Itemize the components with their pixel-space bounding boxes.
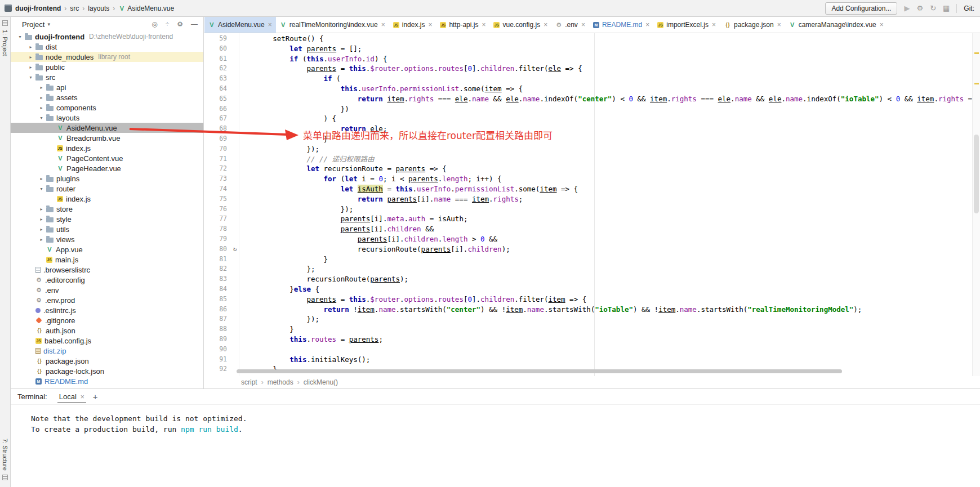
line-number[interactable]: 60 xyxy=(204,44,231,54)
terminal-output[interactable]: Note that the development build is not o… xyxy=(11,405,980,435)
line-number[interactable]: 75 xyxy=(204,194,231,204)
editor-tab[interactable]: VcameraManage\index.vue× xyxy=(785,17,888,33)
chevron-right-icon[interactable]: ▸ xyxy=(38,105,45,110)
tree-row[interactable]: ▸plugins xyxy=(11,173,203,184)
code-text[interactable]: }; xyxy=(239,264,972,274)
editor-breadcrumb-item[interactable]: methods xyxy=(268,378,293,386)
line-number[interactable]: 61 xyxy=(204,54,231,64)
code-text[interactable] xyxy=(239,345,972,355)
hide-panel-icon[interactable]: — xyxy=(191,20,198,28)
code-text[interactable]: }); xyxy=(239,144,972,154)
chevron-down-icon[interactable]: ▾ xyxy=(16,34,24,39)
line-number[interactable]: 81 xyxy=(204,254,231,265)
line-number[interactable]: 69 xyxy=(204,134,231,144)
editor-tab[interactable]: VAsideMenu.vue× xyxy=(204,17,276,33)
editor-tab[interactable]: JSindex.js× xyxy=(389,17,436,33)
line-number[interactable]: 64 xyxy=(204,84,231,94)
line-number[interactable]: 80 xyxy=(204,244,231,254)
tree-row[interactable]: ▸dist xyxy=(11,42,203,52)
project-panel-title[interactable]: Project xyxy=(22,20,44,29)
warning-stripe-mark[interactable] xyxy=(974,83,979,84)
breadcrumb-item[interactable]: VAsideMenu.vue xyxy=(118,5,174,12)
line-number[interactable]: 73 xyxy=(204,174,231,184)
close-icon[interactable]: × xyxy=(777,21,781,29)
code-text[interactable]: this.userInfo.permissionList.some(item =… xyxy=(239,84,972,94)
vertical-scrollbar[interactable] xyxy=(972,33,980,376)
tree-row[interactable]: VPageContent.vue xyxy=(11,153,203,163)
editor-tab[interactable]: JSimportExcel.js× xyxy=(653,17,720,33)
line-number[interactable]: 72 xyxy=(204,164,231,174)
tree-row[interactable]: VBreadcrumb.vue xyxy=(11,133,203,143)
tree-row[interactable]: .eslintrc.js xyxy=(11,305,203,315)
code-text[interactable]: }); xyxy=(239,314,972,324)
line-number[interactable]: 76 xyxy=(204,204,231,215)
code-text[interactable]: if (this.userInfo.id) { xyxy=(239,54,972,64)
code-text[interactable]: parents = this.$router.options.routes[0]… xyxy=(239,64,972,74)
editor-tab[interactable]: JSvue.config.js× xyxy=(489,17,551,33)
project-stripe-icon[interactable] xyxy=(2,20,8,26)
tree-row[interactable]: VPageHeader.vue xyxy=(11,163,203,173)
structure-stripe-icon[interactable] xyxy=(2,475,8,480)
tree-row[interactable]: VAsideMenu.vue xyxy=(11,123,203,133)
breadcrumb-item[interactable]: duoji-frontend xyxy=(15,5,61,12)
editor-tab[interactable]: { }package.json× xyxy=(720,17,785,33)
tree-row[interactable]: ▸utils xyxy=(11,224,203,234)
run-icon[interactable]: ▶ xyxy=(904,5,910,12)
stripe-structure-label[interactable]: 7: Structure xyxy=(2,439,8,471)
close-icon[interactable]: × xyxy=(381,21,385,29)
close-icon[interactable]: × xyxy=(544,21,547,29)
tree-row[interactable]: .browserslistrc xyxy=(11,265,203,275)
grid-icon[interactable]: ▦ xyxy=(943,5,950,12)
close-icon[interactable]: × xyxy=(645,21,649,29)
code-text[interactable]: ) { xyxy=(239,114,972,124)
chevron-right-icon[interactable]: ▸ xyxy=(38,207,45,212)
tree-row[interactable]: ▾duoji-frontendD:\zheheWeb\duoji-fronten… xyxy=(11,32,203,42)
tree-row[interactable]: .gitignore xyxy=(11,315,203,325)
editor-tab[interactable]: MREADME.md× xyxy=(589,17,653,33)
line-number[interactable]: 91 xyxy=(204,355,231,365)
chevron-down-icon[interactable]: ▾ xyxy=(27,75,34,80)
line-number[interactable]: 74 xyxy=(204,184,231,194)
tree-row[interactable]: ⚙.env xyxy=(11,285,203,295)
chevron-right-icon[interactable]: ▸ xyxy=(38,227,45,232)
line-number[interactable]: 82 xyxy=(204,264,231,274)
tree-row[interactable]: MREADME.md xyxy=(11,376,203,386)
tree-row[interactable]: ▸store xyxy=(11,204,203,214)
tree-row[interactable]: ▸views xyxy=(11,234,203,244)
line-number[interactable]: 83 xyxy=(204,274,231,284)
editor-tab[interactable]: VrealTimeMonitoring\index.vue× xyxy=(276,17,389,33)
collapse-all-icon[interactable]: ÷ xyxy=(166,20,170,28)
close-icon[interactable]: × xyxy=(880,21,884,29)
code-text[interactable]: let isAuth = this.userInfo.permissionLis… xyxy=(239,184,972,194)
chevron-right-icon[interactable]: ▸ xyxy=(27,44,34,50)
code-text[interactable]: } xyxy=(239,254,972,265)
code-text[interactable]: if ( xyxy=(239,74,972,84)
close-icon[interactable]: × xyxy=(482,21,485,29)
code-text[interactable]: }) xyxy=(239,104,972,114)
tree-row[interactable]: ▸public xyxy=(11,62,203,72)
tree-row[interactable]: ▾router xyxy=(11,184,203,194)
line-number[interactable]: 85 xyxy=(204,294,231,305)
tree-row[interactable]: { }package-lock.json xyxy=(11,366,203,376)
code-text[interactable]: for (let i = 0; i < parents.length; i++)… xyxy=(239,174,972,184)
line-number[interactable]: 92 xyxy=(204,364,231,374)
editor-breadcrumb-item[interactable]: script xyxy=(241,378,257,386)
line-number[interactable]: 65 xyxy=(204,94,231,104)
line-number[interactable]: 70 xyxy=(204,144,231,154)
app-icon[interactable] xyxy=(5,5,12,12)
close-icon[interactable]: × xyxy=(81,393,84,401)
code-text[interactable]: // // 递归权限路由 xyxy=(239,154,972,164)
tree-row[interactable]: ▾layouts xyxy=(11,113,203,123)
tree-row[interactable]: dist.zip xyxy=(11,346,203,356)
line-number[interactable]: 59 xyxy=(204,34,231,44)
line-number[interactable]: 88 xyxy=(204,324,231,334)
code-text[interactable]: parents = this.$router.options.routes[0]… xyxy=(239,294,972,305)
chevron-right-icon[interactable]: ▸ xyxy=(38,217,45,222)
code-text[interactable]: recursionRoute(parents); xyxy=(239,274,972,284)
tree-row[interactable]: ⚙.editorconfig xyxy=(11,275,203,285)
close-icon[interactable]: × xyxy=(712,21,716,29)
breadcrumb-item[interactable]: src xyxy=(70,5,79,12)
line-number[interactable]: 62 xyxy=(204,64,231,74)
code-text[interactable]: recursionRoute(parents[i].children); xyxy=(239,244,972,254)
code-text[interactable]: return parents[i].name === item.rights; xyxy=(239,194,972,204)
